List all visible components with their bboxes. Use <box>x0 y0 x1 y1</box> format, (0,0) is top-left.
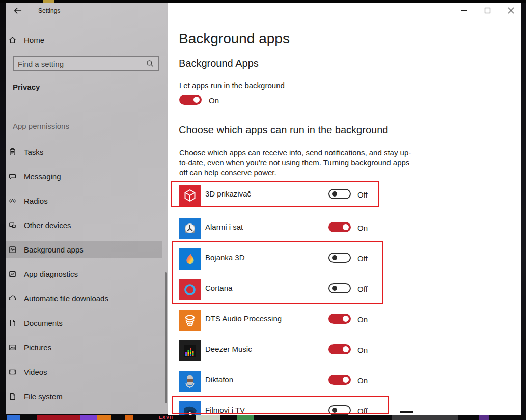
app-toggle-state: On <box>357 346 368 354</box>
app-toggle-state: Off <box>357 190 368 199</box>
section-title-choose-apps: Choose which apps can run in the backgro… <box>179 124 388 136</box>
app-toggle-cortana[interactable] <box>328 283 351 293</box>
wallpaper-fragment <box>7 415 20 420</box>
close-button[interactable] <box>503 4 519 18</box>
app-row-alarmi-i-sat: Alarmi i satOn <box>179 218 403 244</box>
app-row-3d-prikaziva-: 3D prikazivačOff <box>179 185 403 211</box>
sidebar-item-label: Automatic file downloads <box>24 294 108 303</box>
minimize-button[interactable] <box>456 4 472 18</box>
sidebar-item-radios[interactable]: ARadios <box>0 192 162 209</box>
app-toggle-state: On <box>357 315 368 324</box>
wallpaper-top-strip <box>0 0 526 3</box>
tasks-icon <box>8 148 17 156</box>
app-toggle-state: Off <box>357 254 368 263</box>
wallpaper-fragment <box>479 415 489 420</box>
wallpaper-fragment <box>400 411 413 413</box>
app-toggle-diktafon[interactable] <box>328 375 351 385</box>
wallpaper-fragment <box>237 415 254 420</box>
app-row-diktafon: DiktafonOn <box>179 371 403 397</box>
paint-drop-icon <box>179 248 201 270</box>
pictures-icon <box>8 343 17 352</box>
sidebar-item-file-system[interactable]: File system <box>0 387 162 405</box>
wallpaper-text: EXVII <box>159 415 173 420</box>
devices-icon <box>8 221 17 230</box>
sidebar-item-label: Videos <box>24 368 47 376</box>
toggle-knob <box>343 224 349 230</box>
wallpaper-fragment <box>80 415 97 420</box>
sidebar-item-label: Background apps <box>24 245 84 254</box>
sidebar-item-pictures[interactable]: Pictures <box>0 339 162 356</box>
alarm-clock-icon <box>179 218 201 239</box>
sidebar-item-videos[interactable]: Videos <box>0 363 162 380</box>
sidebar-category-title: Privacy <box>13 82 40 91</box>
app-name: 3D prikazivač <box>205 189 251 198</box>
cortana-ring-icon <box>179 279 201 300</box>
app-name: DTS Audio Processing <box>205 314 282 323</box>
toggle-knob <box>332 255 337 260</box>
app-toggle-state: On <box>357 376 368 385</box>
toggle-knob <box>332 286 337 291</box>
app-name: Filmovi i TV <box>205 406 245 414</box>
app-toggle-filmovi-i-tv[interactable] <box>328 405 351 415</box>
desktop-screen: Settings Home Privacy App permissions Ta… <box>0 0 526 420</box>
3d-cube-icon <box>179 185 201 206</box>
sidebar-item-documents[interactable]: Documents <box>0 314 162 331</box>
toggle-knob <box>343 346 349 352</box>
app-row-cortana: CortanaOff <box>179 279 403 305</box>
search-input[interactable] <box>14 60 146 68</box>
wallpaper-bottom-strip: EXVII <box>0 415 526 420</box>
wallpaper-fragment <box>125 415 133 420</box>
sidebar-item-home[interactable]: Home <box>0 31 162 48</box>
app-toggle-deezer-music[interactable] <box>328 344 351 354</box>
wallpaper-fragment <box>97 415 111 420</box>
master-toggle-label: Let apps run in the background <box>179 81 285 90</box>
app-row-deezer-music: Deezer MusicOn <box>179 340 403 367</box>
close-icon <box>508 7 514 16</box>
search-box <box>13 56 159 71</box>
back-arrow-icon <box>12 9 23 17</box>
wallpaper-fragment <box>37 415 80 420</box>
file-icon <box>8 392 17 401</box>
toggle-knob <box>343 316 349 322</box>
sidebar-item-background-apps[interactable]: Background apps <box>0 241 162 258</box>
sidebar-item-label: Pictures <box>24 343 51 352</box>
wallpaper-fragment <box>43 0 54 3</box>
sidebar-item-label: Messaging <box>24 172 61 181</box>
cloud-icon <box>8 294 17 303</box>
app-name: Deezer Music <box>205 345 252 353</box>
equalizer-icon <box>179 340 201 361</box>
maximize-icon <box>484 7 491 16</box>
app-toggle-state: Off <box>357 285 368 293</box>
app-name: Bojanka 3D <box>205 253 245 262</box>
wallpaper-right-strip <box>521 0 526 420</box>
app-toggle-alarmi-i-sat[interactable] <box>328 222 351 232</box>
sidebar-item-messaging[interactable]: Messaging <box>0 167 162 185</box>
maximize-button[interactable] <box>479 4 495 18</box>
app-toggle-state: On <box>357 223 368 232</box>
app-toggle-3d-prikaziva-[interactable] <box>328 189 351 199</box>
master-toggle-state: On <box>209 96 219 105</box>
wallpaper-left-strip <box>0 0 6 420</box>
app-toggle-bojanka-3d[interactable] <box>328 253 351 263</box>
sidebar-item-tasks[interactable]: Tasks <box>0 143 162 160</box>
audio-stack-icon <box>179 310 201 331</box>
sidebar-item-other-devices[interactable]: Other devices <box>0 216 162 234</box>
sidebar-scrollbar[interactable] <box>165 272 167 403</box>
wallpaper-fragment <box>196 415 220 420</box>
toggle-knob <box>193 97 200 103</box>
app-name: Alarmi i sat <box>205 222 243 231</box>
sidebar-item-app-diagnostics[interactable]: App diagnostics <box>0 265 162 283</box>
radio-antenna-icon: A <box>8 197 17 205</box>
sidebar-item-label: File system <box>24 392 63 401</box>
app-row-dts-audio-processing: DTS Audio ProcessingOn <box>179 310 403 336</box>
sidebar-item-automatic-file-downloads[interactable]: Automatic file downloads <box>0 290 162 307</box>
sidebar-item-label: Home <box>24 36 44 44</box>
section-description: Choose which apps can receive info, send… <box>179 148 412 178</box>
search-icon[interactable] <box>146 59 155 68</box>
back-button[interactable] <box>12 6 23 16</box>
window-title: Settings <box>38 7 60 14</box>
app-toggle-dts-audio-processing[interactable] <box>328 314 351 324</box>
section-title-background-apps: Background Apps <box>179 58 259 69</box>
sidebar-item-label: Other devices <box>24 221 71 230</box>
master-toggle[interactable] <box>179 95 202 105</box>
